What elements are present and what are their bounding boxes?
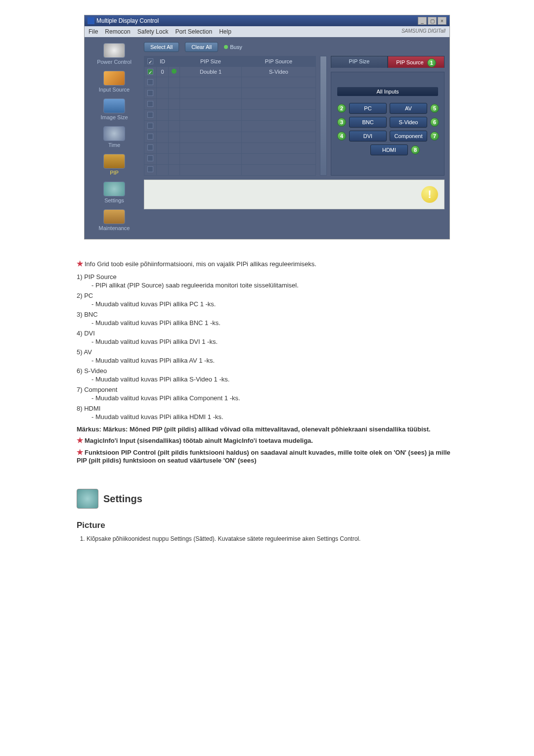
table-row[interactable] (144, 153, 316, 164)
menu-safety-lock[interactable]: Safety Lock (137, 28, 169, 35)
menu-file[interactable]: File (89, 28, 98, 35)
picture-heading: Picture (77, 520, 457, 530)
marker-7: 7 (430, 132, 439, 141)
window-controls: _ ▢ × (418, 17, 446, 25)
input-hdmi-button[interactable]: HDMI (370, 144, 408, 155)
star-icon: ★ (77, 436, 85, 445)
footer-row: ! (144, 180, 445, 209)
input-svideo-button[interactable]: S-Video (390, 117, 427, 128)
input-dvi-button[interactable]: DVI (349, 131, 387, 142)
marker-3: 3 (337, 118, 346, 127)
tab-pip-size[interactable]: PIP Size (331, 56, 388, 68)
input-bnc-button[interactable]: BNC (349, 117, 387, 128)
status-dot-icon (172, 69, 177, 74)
app-icon (88, 17, 94, 24)
row-checkbox[interactable] (147, 134, 153, 140)
row-checkbox[interactable] (147, 90, 153, 96)
sidebar-item-pip[interactable]: PIP (89, 153, 139, 179)
menu-bar: File Remocon Safety Lock Port Selection … (85, 26, 449, 37)
star-icon: ★ (77, 259, 85, 268)
select-all-button[interactable]: Select All (144, 42, 179, 52)
marker-5: 5 (430, 104, 439, 113)
table-row[interactable] (144, 99, 316, 110)
marker-2: 2 (337, 104, 346, 113)
row-checkbox[interactable] (147, 101, 153, 107)
input-av-button[interactable]: AV (390, 103, 427, 114)
sidebar-item-input[interactable]: Input Source (89, 70, 139, 95)
row-checkbox[interactable] (147, 144, 153, 150)
row-checkbox[interactable] (147, 79, 153, 85)
input-icon (103, 71, 125, 86)
table-row[interactable] (144, 77, 316, 88)
input-pc-button[interactable]: PC (349, 103, 387, 114)
pip-icon (103, 154, 125, 169)
busy-indicator: Busy (224, 44, 242, 50)
sidebar-item-power[interactable]: Power Control (89, 42, 139, 68)
marker-6: 6 (430, 118, 439, 127)
settings-icon (103, 182, 125, 196)
input-component-button[interactable]: Component (390, 131, 427, 142)
clear-all-button[interactable]: Clear All (185, 42, 218, 52)
minimize-button[interactable]: _ (418, 17, 427, 25)
table-row[interactable] (144, 164, 316, 175)
time-icon (103, 126, 125, 141)
col-pip-source: PIP Source (242, 56, 316, 67)
all-inputs-header: All Inputs (337, 87, 438, 96)
menu-port-selection[interactable]: Port Selection (175, 28, 212, 35)
brand-label: SAMSUNG DIGITall (401, 28, 445, 35)
row-checkbox[interactable] (147, 155, 153, 161)
row-checkbox[interactable] (147, 112, 153, 118)
power-icon (103, 43, 125, 58)
settings-section-header: Settings (77, 489, 457, 509)
row-checkbox[interactable] (147, 166, 153, 172)
display-table: ID PIP Size PIP Source 0 Double 1 S-Vide… (144, 56, 316, 176)
header-checkbox[interactable] (147, 58, 153, 64)
title-bar: Multiple Display Control _ ▢ × (85, 15, 449, 26)
menu-help[interactable]: Help (219, 28, 231, 35)
table-row[interactable] (144, 88, 316, 99)
close-button[interactable]: × (438, 17, 446, 25)
document-content: ★Info Grid toob esile põhiinformatsiooni… (77, 259, 457, 542)
image-size-icon (103, 98, 125, 113)
maximize-button[interactable]: ▢ (428, 17, 437, 25)
window-title: Multiple Display Control (96, 17, 159, 24)
row-checkbox[interactable] (147, 69, 153, 75)
picture-step-1: Klõpsake põhiikoonidest nuppu Settings (… (87, 535, 457, 542)
sidebar-item-settings[interactable]: Settings (89, 181, 139, 206)
col-status-icon (169, 56, 180, 67)
sidebar: Power Control Input Source Image Size Ti… (89, 42, 139, 234)
alert-icon: ! (421, 186, 438, 203)
table-row[interactable] (144, 121, 316, 132)
maintenance-icon (103, 209, 125, 224)
picture-steps: Klõpsake põhiikoonidest nuppu Settings (… (87, 535, 457, 542)
markus-note: Märkus: Märkus: Mõned PIP (pilt pildis) … (77, 425, 457, 433)
table-scrollbar[interactable] (320, 56, 327, 176)
marker-1: 1 (427, 58, 436, 67)
tab-pip-source[interactable]: PIP Source 1 (388, 56, 445, 68)
star-icon: ★ (77, 448, 85, 457)
table-row[interactable] (144, 132, 316, 142)
sidebar-item-image-size[interactable]: Image Size (89, 97, 139, 123)
col-pip-size: PIP Size (180, 56, 242, 67)
intro-text: Info Grid toob esile põhiinformatsiooni,… (85, 260, 316, 268)
right-panel: PIP Size PIP Source 1 All Inputs 2 PC AV… (331, 56, 445, 176)
settings-heading: Settings (103, 493, 142, 505)
col-id: ID (157, 56, 169, 67)
settings-section-icon (77, 489, 98, 509)
top-controls: Select All Clear All Busy (144, 42, 445, 52)
app-window: Multiple Display Control _ ▢ × File Remo… (84, 15, 450, 239)
description-list: 1) PIP Source - PIPi allikat (PIP Source… (77, 273, 457, 421)
table-row[interactable] (144, 110, 316, 121)
busy-dot-icon (224, 45, 228, 49)
sidebar-item-time[interactable]: Time (89, 125, 139, 151)
row-checkbox[interactable] (147, 123, 153, 129)
sidebar-item-maintenance[interactable]: Maintenance (89, 208, 139, 234)
menu-remocon[interactable]: Remocon (105, 28, 130, 35)
marker-4: 4 (337, 132, 346, 141)
marker-8: 8 (411, 145, 420, 154)
table-row[interactable] (144, 142, 316, 153)
table-row[interactable]: 0 Double 1 S-Video (144, 67, 316, 77)
